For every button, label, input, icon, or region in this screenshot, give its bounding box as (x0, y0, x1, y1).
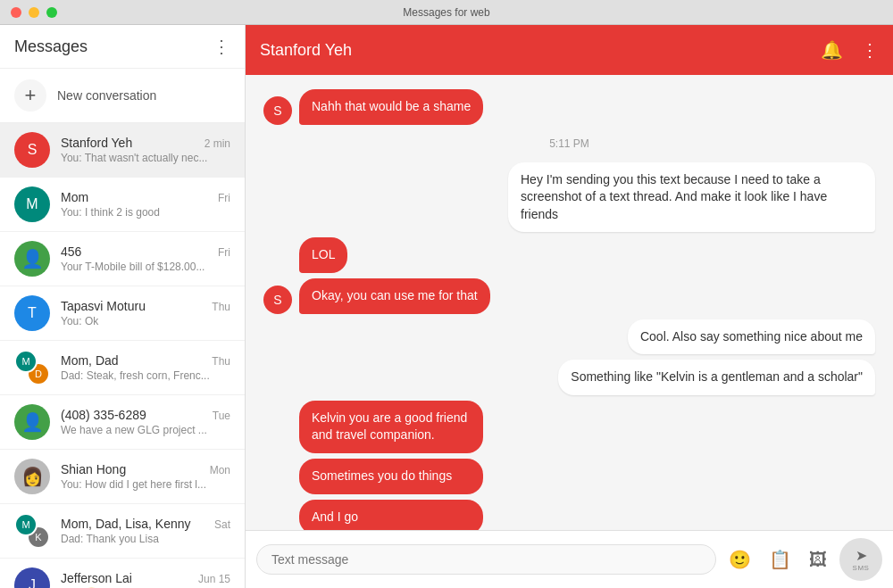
send-arrow-icon: ➤ (855, 547, 867, 564)
conv-preview: Your T-Mobile bill of $128.00... (61, 261, 230, 273)
send-button[interactable]: ➤ SMS (839, 538, 882, 581)
conv-preview: You: That wasn't actually nec... (61, 152, 230, 164)
conv-name: (408) 335-6289 (61, 408, 146, 422)
avatar: 👤 (14, 404, 50, 440)
multi-avatar: M D (14, 350, 50, 385)
conv-name: 456 (61, 244, 81, 259)
message-bubble: Nahh that would be a shame (299, 89, 483, 125)
conv-time: Fri (218, 192, 230, 204)
message-bubble: Something like "Kelvin is a gentleman an… (558, 360, 875, 395)
window-controls (11, 7, 57, 18)
image-icon[interactable]: 🖼 (804, 544, 832, 576)
chat-header: Stanford Yeh 🔔 ⋮ (246, 25, 893, 75)
sidebar-header: Messages ⋮ (0, 25, 245, 69)
conv-info: Jefferson Lai Jun 15 You: 😄 (61, 571, 230, 588)
messages-container: S Nahh that would be a shame 5:11 PM Hey… (246, 75, 893, 530)
conv-name-row: Stanford Yeh 2 min (61, 136, 230, 150)
sidebar-title: Messages (14, 37, 88, 56)
conv-preview: We have a new GLG project ... (61, 424, 230, 436)
conv-name: Stanford Yeh (61, 136, 132, 150)
new-conversation-button[interactable]: + New conversation (0, 69, 245, 123)
app-title: Messages for web (403, 6, 489, 19)
chat-area: Stanford Yeh 🔔 ⋮ S Nahh that would be a … (246, 25, 893, 588)
avatar: S (14, 132, 50, 168)
conversations-list: S Stanford Yeh 2 min You: That wasn't ac… (0, 123, 245, 588)
avatar: 👤 (14, 241, 50, 277)
new-conversation-label: New conversation (57, 88, 156, 103)
conv-info: (408) 335-6289 Tue We have a new GLG pro… (61, 408, 230, 436)
conv-name-row: Tapasvi Moturu Thu (61, 299, 230, 313)
avatar: T (14, 295, 50, 331)
conv-time: Jun 15 (198, 573, 230, 585)
avatar: 👩 (14, 459, 50, 494)
notifications-icon[interactable]: 🔔 (821, 39, 843, 61)
message-bubble-group: Kelvin you are a good friend and travel … (299, 401, 606, 530)
conv-preview: Dad: Steak, fresh corn, Frenc... (61, 369, 230, 382)
conversation-item[interactable]: T Tapasvi Moturu Thu You: Ok (0, 286, 245, 341)
conv-preview: You: I think 2 is good (61, 206, 230, 219)
conv-name-row: Mom, Dad, Lisa, Kenny Sat (61, 517, 230, 531)
conv-time: Fri (218, 246, 230, 259)
conv-time: Thu (212, 355, 230, 368)
title-bar: Messages for web (0, 0, 893, 25)
conv-time: Tue (213, 410, 230, 422)
message-row: S Kelvin you are a good friend and trave… (263, 401, 875, 530)
conversation-item[interactable]: 👩 Shian Hong Mon You: How did I get here… (0, 450, 245, 504)
conversation-item[interactable]: J Jefferson Lai Jun 15 You: 😄 (0, 559, 245, 588)
conversation-item[interactable]: S Stanford Yeh 2 min You: That wasn't ac… (0, 123, 245, 178)
message-input[interactable] (256, 544, 716, 575)
conversation-item[interactable]: 👤 (408) 335-6289 Tue We have a new GLG p… (0, 395, 245, 450)
more-options-icon[interactable]: ⋮ (213, 36, 230, 57)
chat-input-area: 🙂 📋 🖼 ➤ SMS (246, 530, 893, 588)
emoji-icon[interactable]: 🙂 (723, 543, 756, 576)
conv-name: Shian Hong (61, 462, 126, 476)
conv-name-row: Shian Hong Mon (61, 462, 230, 476)
chat-contact-name: Stanford Yeh (260, 41, 352, 60)
conv-time: Thu (212, 301, 230, 313)
message-bubble: And I go (299, 500, 483, 530)
conv-name-row: (408) 335-6289 Tue (61, 408, 230, 422)
conv-name-row: 456 Fri (61, 244, 230, 259)
more-options-icon[interactable]: ⋮ (861, 39, 879, 61)
plus-icon: + (14, 79, 46, 112)
maximize-button[interactable] (46, 7, 57, 18)
conv-name: Mom, Dad (61, 353, 119, 368)
message-row: Hey I'm sending you this text because I … (263, 162, 875, 233)
close-button[interactable] (11, 7, 21, 18)
message-bubble: Cool. Also say something nice about me (628, 319, 875, 355)
conversation-item[interactable]: M K Mom, Dad, Lisa, Kenny Sat Dad: Thank… (0, 504, 245, 559)
message-row: S LOL (263, 237, 875, 273)
conv-name: Mom (61, 190, 88, 204)
conv-time: Mon (210, 464, 230, 476)
conv-info: Mom Fri You: I think 2 is good (61, 190, 230, 219)
conv-info: 456 Fri Your T-Mobile bill of $128.00... (61, 244, 230, 273)
app-container: Messages ⋮ + New conversation S Stanford… (0, 25, 893, 588)
multi-avatar: M K (14, 513, 50, 549)
conv-info: Tapasvi Moturu Thu You: Ok (61, 299, 230, 327)
conversation-item[interactable]: M D Mom, Dad Thu Dad: Steak, fresh corn,… (0, 341, 245, 395)
avatar: M (14, 186, 50, 222)
conv-name-row: Mom, Dad Thu (61, 353, 230, 368)
message-bubble: Kelvin you are a good friend and travel … (299, 401, 483, 453)
conv-name: Mom, Dad, Lisa, Kenny (61, 517, 191, 531)
sticker-icon[interactable]: 📋 (764, 543, 797, 576)
timestamp-divider: 5:11 PM (263, 137, 875, 150)
conv-name: Jefferson Lai (61, 571, 132, 585)
conv-name-row: Mom Fri (61, 190, 230, 204)
message-avatar: S (263, 286, 292, 314)
conv-name-row: Jefferson Lai Jun 15 (61, 571, 230, 585)
message-bubble: LOL (299, 237, 347, 273)
message-avatar: S (263, 96, 292, 125)
conv-info: Mom, Dad Thu Dad: Steak, fresh corn, Fre… (61, 353, 230, 382)
conv-time: Sat (214, 518, 230, 531)
conversation-item[interactable]: M Mom Fri You: I think 2 is good (0, 178, 245, 232)
message-row: S Okay, you can use me for that (263, 278, 875, 314)
conv-info: Mom, Dad, Lisa, Kenny Sat Dad: Thank you… (61, 517, 230, 545)
conversation-item[interactable]: 👤 456 Fri Your T-Mobile bill of $128.00.… (0, 232, 245, 286)
avatar: J (14, 567, 50, 588)
send-label: SMS (853, 564, 870, 572)
minimize-button[interactable] (29, 7, 39, 18)
conv-name: Tapasvi Moturu (61, 299, 146, 313)
conv-info: Stanford Yeh 2 min You: That wasn't actu… (61, 136, 230, 164)
chat-header-icons: 🔔 ⋮ (821, 39, 879, 61)
